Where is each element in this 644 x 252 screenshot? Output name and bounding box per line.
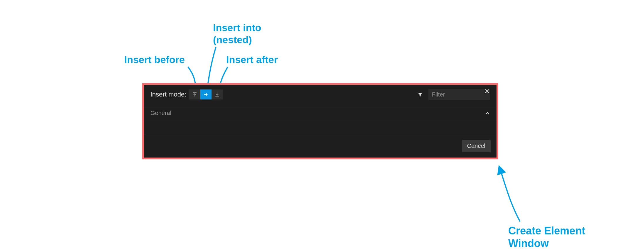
annotation-insert-after: Insert after bbox=[226, 54, 278, 66]
filter-input[interactable] bbox=[428, 89, 490, 100]
insert-after-icon bbox=[214, 92, 220, 97]
close-icon bbox=[484, 89, 490, 94]
insert-before-button[interactable] bbox=[189, 89, 200, 99]
insert-into-button[interactable] bbox=[200, 89, 212, 99]
section-general-label: General bbox=[150, 110, 171, 116]
insert-after-button[interactable] bbox=[212, 89, 223, 99]
section-general-header[interactable]: General bbox=[144, 106, 497, 120]
insert-mode-buttons bbox=[189, 89, 223, 99]
insert-mode-label: Insert mode: bbox=[150, 91, 186, 98]
chevron-up-icon bbox=[485, 111, 490, 116]
cancel-button[interactable]: Cancel bbox=[462, 140, 491, 152]
window-footer: Cancel bbox=[144, 135, 497, 158]
create-element-window: Insert mode: bbox=[142, 83, 498, 159]
filter-icon bbox=[416, 92, 424, 97]
close-button[interactable] bbox=[484, 88, 491, 95]
section-general-body bbox=[144, 120, 497, 135]
annotation-insert-into: Insert into(nested) bbox=[213, 22, 261, 46]
insert-into-icon bbox=[203, 92, 209, 97]
window-header: Insert mode: bbox=[144, 85, 497, 106]
insert-before-icon bbox=[192, 92, 197, 97]
annotation-create-element-window: Create ElementWindow bbox=[508, 224, 585, 250]
annotation-insert-before: Insert before bbox=[124, 54, 185, 66]
